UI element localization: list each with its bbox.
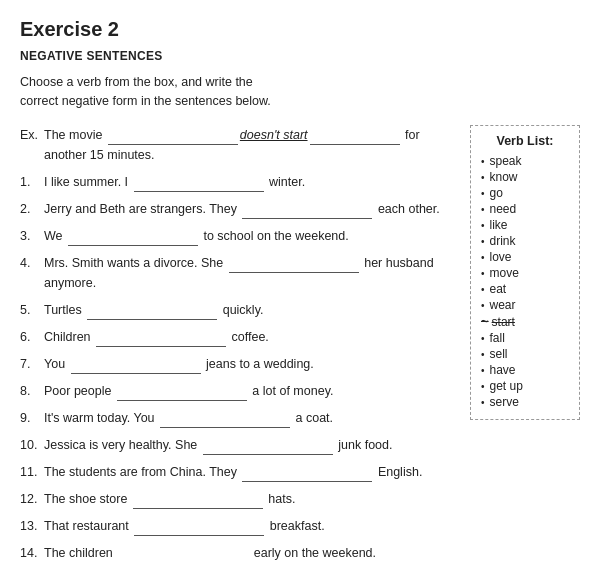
sentence-before: We	[44, 229, 66, 243]
sentence-blank[interactable]	[229, 259, 359, 273]
sentence-after: jeans to a wedding.	[203, 357, 314, 371]
verb-word: speak	[490, 154, 522, 168]
sentence-text: Poor people a lot of money.	[44, 381, 460, 401]
bullet-icon: •	[481, 172, 485, 183]
verb-item: •sell	[481, 347, 569, 361]
verb-list: •speak•know•go•need•like•drink•love•move…	[481, 154, 569, 409]
sentence-num: 4.	[20, 253, 44, 273]
sentence-after: coffee.	[228, 330, 269, 344]
example-text: The movie doesn't start for another 15 m…	[44, 125, 460, 165]
sentence-row: 13.That restaurant breakfast.	[20, 516, 460, 536]
verb-item: •eat	[481, 282, 569, 296]
verb-item: •like	[481, 218, 569, 232]
sentence-text: We to school on the weekend.	[44, 226, 460, 246]
verb-word: move	[490, 266, 519, 280]
sentence-row: 4.Mrs. Smith wants a divorce. She her hu…	[20, 253, 460, 293]
sentence-blank[interactable]	[96, 333, 226, 347]
sentence-row: 7.You jeans to a wedding.	[20, 354, 460, 374]
sentence-after: winter.	[266, 175, 306, 189]
sentence-row: 14.The children early on the weekend.	[20, 543, 460, 563]
sentence-num: 14.	[20, 543, 44, 563]
sentence-row: 1.I like summer. I winter.	[20, 172, 460, 192]
sentence-blank[interactable]	[87, 306, 217, 320]
sentence-text: You jeans to a wedding.	[44, 354, 460, 374]
sentence-row: 8.Poor people a lot of money.	[20, 381, 460, 401]
sentence-blank[interactable]	[133, 495, 263, 509]
bullet-icon: •	[481, 300, 485, 311]
sentence-after: quickly.	[219, 303, 263, 317]
sentence-blank[interactable]	[242, 205, 372, 219]
bullet-icon: •	[481, 156, 485, 167]
sentence-after: a coat.	[292, 411, 333, 425]
example-blank	[108, 131, 238, 145]
sentence-row: 11.The students are from China. They Eng…	[20, 462, 460, 482]
bullet-icon: •	[481, 381, 485, 392]
sentence-text: It's warm today. You a coat.	[44, 408, 460, 428]
sentence-after: a lot of money.	[249, 384, 334, 398]
verb-item: •need	[481, 202, 569, 216]
verb-word: get up	[490, 379, 523, 393]
verb-item: •drink	[481, 234, 569, 248]
sentence-before: Jessica is very healthy. She	[44, 438, 201, 452]
verb-item: •get up	[481, 379, 569, 393]
sentence-num: 13.	[20, 516, 44, 536]
sentence-num: 9.	[20, 408, 44, 428]
sentence-row: 9.It's warm today. You a coat.	[20, 408, 460, 428]
sentence-text: The students are from China. They Englis…	[44, 462, 460, 482]
sentence-row: 6.Children coffee.	[20, 327, 460, 347]
sentence-num: 6.	[20, 327, 44, 347]
sentence-row: 2.Jerry and Beth are strangers. They eac…	[20, 199, 460, 219]
sentence-before: I like summer. I	[44, 175, 132, 189]
sentence-blank[interactable]	[160, 414, 290, 428]
sentence-num: 1.	[20, 172, 44, 192]
sentence-blank[interactable]	[117, 387, 247, 401]
verb-word: love	[490, 250, 512, 264]
sentence-after: each other.	[374, 202, 439, 216]
bullet-icon: •	[481, 284, 485, 295]
verb-word: need	[490, 202, 517, 216]
sentence-num: 7.	[20, 354, 44, 374]
sentence-before: It's warm today. You	[44, 411, 158, 425]
verb-word: know	[490, 170, 518, 184]
instructions: Choose a verb from the box, and write th…	[20, 73, 580, 111]
sentence-before: Turtles	[44, 303, 85, 317]
sentence-before: Jerry and Beth are strangers. They	[44, 202, 240, 216]
sentence-num: 10.	[20, 435, 44, 455]
sentence-blank[interactable]	[71, 360, 201, 374]
bullet-icon: •	[481, 333, 485, 344]
sentence-num: 2.	[20, 199, 44, 219]
page-title: Exercise 2	[20, 18, 580, 41]
verb-word: go	[490, 186, 503, 200]
verb-word: like	[490, 218, 508, 232]
sentence-before: That restaurant	[44, 519, 132, 533]
sentence-blank[interactable]	[203, 441, 333, 455]
verb-item: •wear	[481, 298, 569, 312]
verb-word: have	[490, 363, 516, 377]
sentence-after: breakfast.	[266, 519, 324, 533]
sentence-text: The shoe store hats.	[44, 489, 460, 509]
sentence-text: Jessica is very healthy. She junk food.	[44, 435, 460, 455]
verb-box-title: Verb List:	[481, 134, 569, 148]
sentence-blank[interactable]	[118, 549, 248, 563]
sentence-before: The children	[44, 546, 116, 560]
sentence-text: Turtles quickly.	[44, 300, 460, 320]
sentences-section: Ex. The movie doesn't start for another …	[20, 125, 460, 563]
sentence-row: 3.We to school on the weekend.	[20, 226, 460, 246]
sentence-blank[interactable]	[68, 232, 198, 246]
sentence-before: Poor people	[44, 384, 115, 398]
sentence-before: Children	[44, 330, 94, 344]
bullet-icon: •	[481, 365, 485, 376]
sentence-blank[interactable]	[134, 178, 264, 192]
verb-item: •know	[481, 170, 569, 184]
sentence-num: 8.	[20, 381, 44, 401]
bullet-icon: •	[481, 252, 485, 263]
sentence-after: junk food.	[335, 438, 393, 452]
bullet-icon: •	[481, 204, 485, 215]
sentence-blank[interactable]	[242, 468, 372, 482]
example-label: Ex.	[20, 125, 44, 145]
bullet-icon: •	[481, 188, 485, 199]
sentence-blank[interactable]	[134, 522, 264, 536]
verb-word: fall	[490, 331, 505, 345]
sentence-text: Jerry and Beth are strangers. They each …	[44, 199, 460, 219]
bullet-icon: •	[481, 397, 485, 408]
